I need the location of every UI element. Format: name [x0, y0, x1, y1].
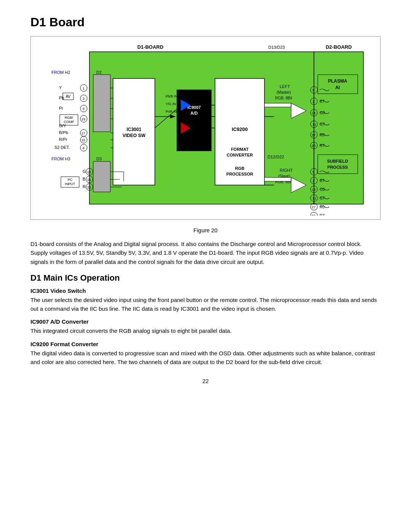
svg-text:B7: B7 — [320, 99, 325, 104]
svg-text:IC9007: IC9007 — [187, 105, 201, 110]
svg-text:1: 1 — [83, 86, 84, 90]
svg-text:16: 16 — [87, 178, 91, 182]
subsection-ic9007-heading: IC9007 A/D Converter — [30, 318, 381, 325]
page-number: 22 — [30, 378, 381, 384]
svg-rect-113 — [318, 75, 358, 94]
svg-text:27: 27 — [312, 205, 315, 209]
svg-text:FROM H3: FROM H3 — [51, 157, 70, 161]
svg-text:20: 20 — [312, 214, 315, 216]
svg-text:VIDEO SW: VIDEO SW — [123, 133, 146, 138]
svg-rect-8 — [93, 75, 110, 132]
svg-text:A/D: A/D — [191, 111, 198, 115]
svg-text:18: 18 — [312, 188, 315, 192]
svg-text:AI: AI — [335, 85, 340, 90]
svg-text:D3: D3 — [96, 157, 102, 161]
svg-rect-39 — [93, 161, 110, 192]
svg-text:FROM H2: FROM H2 — [51, 70, 70, 75]
svg-text:AV: AV — [66, 94, 71, 99]
svg-text:15: 15 — [81, 138, 85, 142]
svg-text:6: 6 — [83, 146, 84, 150]
svg-text:11: 11 — [312, 197, 316, 200]
figure-caption: Figure 20 — [30, 227, 381, 233]
svg-text:CONVERTER: CONVERTER — [226, 153, 253, 157]
svg-text:B7: B7 — [320, 179, 325, 183]
subsection-ic9007: IC9007 A/D Converter This integrated cir… — [30, 318, 381, 335]
svg-text:Y/G IN: Y/G IN — [166, 102, 176, 106]
svg-text:20: 20 — [87, 185, 91, 189]
svg-text:R/Pr: R/Pr — [59, 137, 67, 142]
svg-text:S2 DET.: S2 DET. — [54, 145, 70, 150]
svg-text:27: 27 — [312, 133, 315, 137]
svg-text:G7: G7 — [320, 196, 325, 200]
svg-rect-116 — [318, 155, 358, 174]
subsection-ic3001-text: The user selects the desired video input… — [30, 296, 381, 313]
svg-text:FORMAT: FORMAT — [231, 147, 249, 152]
svg-text:PLASMA: PLASMA — [328, 78, 347, 84]
svg-text:R: R — [83, 184, 86, 189]
section-title: D1 Main ICs Operation — [30, 273, 381, 283]
svg-text:G7: G7 — [320, 122, 325, 126]
svg-text:Pb: Pb — [59, 96, 64, 100]
svg-text:B/Pb: B/Pb — [59, 130, 68, 135]
svg-text:INPUT: INPUT — [65, 182, 76, 186]
svg-text:2: 2 — [312, 100, 314, 104]
subsection-ic3001-heading: IC3001 Video Switch — [30, 288, 381, 294]
svg-text:18: 18 — [312, 111, 315, 115]
svg-text:PROCESSOR: PROCESSOR — [226, 172, 253, 176]
subsection-ic3001: IC3001 Video Switch The user selects the… — [30, 288, 381, 313]
svg-text:IC3001: IC3001 — [127, 127, 142, 132]
svg-text:D2: D2 — [96, 70, 102, 75]
svg-text:D1-BOARD: D1-BOARD — [137, 44, 164, 50]
svg-text:9: 9 — [312, 88, 314, 92]
svg-text:17: 17 — [81, 131, 85, 135]
svg-text:Y: Y — [59, 85, 62, 90]
svg-text:G/Y: G/Y — [59, 123, 67, 128]
svg-text:11: 11 — [312, 123, 316, 126]
svg-text:PROCESS: PROCESS — [327, 165, 348, 169]
subsection-ic9200-heading: IC9200 Format Converter — [30, 341, 381, 347]
svg-text:G0: G0 — [320, 111, 325, 115]
svg-text:IC9200: IC9200 — [232, 126, 248, 132]
svg-text:R7: R7 — [320, 214, 325, 216]
svg-text:G: G — [83, 169, 86, 174]
body-text: D1-board consists of the Analog and Digi… — [30, 240, 381, 266]
diagram-svg: D1-BOARD D2-BOARD FROM H2 D2 B A Y 1 AV … — [40, 40, 371, 216]
svg-text:PC: PC — [68, 178, 73, 182]
svg-text:R7: R7 — [320, 144, 325, 148]
svg-text:18: 18 — [87, 170, 91, 174]
svg-text:9: 9 — [312, 170, 314, 174]
svg-text:2: 2 — [312, 179, 314, 183]
svg-text:3: 3 — [83, 97, 84, 101]
subsection-ic9200: IC9200 Format Converter The digital vide… — [30, 341, 381, 367]
subsection-ic9200-text: The digital video data is converted to p… — [30, 349, 381, 367]
svg-text:R0: R0 — [320, 133, 325, 137]
svg-rect-55 — [177, 90, 211, 151]
svg-text:RGB/: RGB/ — [65, 116, 73, 120]
svg-text:D13/D23: D13/D23 — [268, 45, 285, 50]
svg-text:RGB: 8Bit: RGB: 8Bit — [275, 96, 292, 100]
svg-text:SUBFIELD: SUBFIELD — [327, 159, 348, 163]
svg-text:LEFT: LEFT — [280, 84, 290, 89]
svg-text:B: B — [83, 177, 85, 181]
subsection-ic9007-text: This integrated circuit converts the RGB… — [30, 326, 381, 335]
figure-diagram: D1-BOARD D2-BOARD FROM H2 D2 B A Y 1 AV … — [30, 36, 381, 220]
svg-text:RGB: RGB — [235, 166, 245, 171]
svg-text:G0: G0 — [320, 187, 325, 192]
svg-text:D12/D22: D12/D22 — [268, 155, 284, 159]
svg-text:20: 20 — [312, 144, 315, 148]
svg-text:5: 5 — [83, 107, 84, 111]
svg-text:(Master): (Master) — [277, 90, 291, 94]
svg-text:R0: R0 — [320, 205, 325, 209]
svg-text:RIGHT: RIGHT — [280, 168, 293, 173]
svg-text:D2-BOARD: D2-BOARD — [326, 44, 352, 50]
svg-text:19: 19 — [81, 117, 85, 121]
svg-text:Pr: Pr — [59, 106, 63, 110]
page-title: D1 Board — [30, 15, 381, 29]
svg-text:Pb/B IN: Pb/B IN — [166, 94, 177, 98]
